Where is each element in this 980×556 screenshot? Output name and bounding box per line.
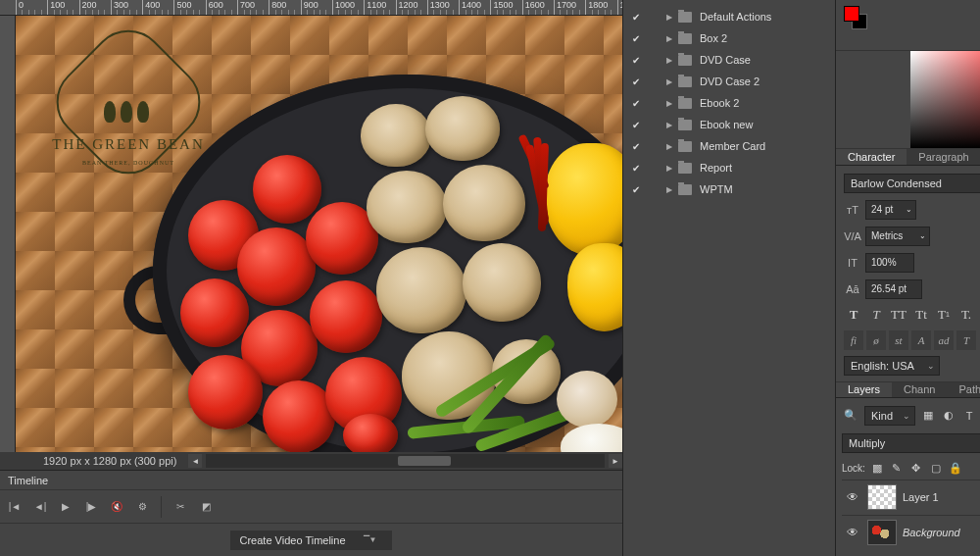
timeline-tab[interactable]: Timeline [8, 475, 48, 486]
font-family-dropdown[interactable]: Barlow Condensed [844, 174, 980, 193]
play-button[interactable]: ▶ [55, 497, 76, 517]
fg-bg-swatch[interactable] [844, 6, 869, 31]
folder-icon [678, 98, 692, 109]
scroll-right-arrow[interactable]: ► [609, 454, 622, 468]
action-set-row[interactable]: ✔ ▶ Member Card [623, 135, 835, 157]
go-to-first-frame-button[interactable]: |◄ [4, 497, 25, 517]
split-clip-button[interactable]: ✂ [170, 497, 191, 517]
action-toggle-check[interactable]: ✔ [629, 120, 643, 130]
visibility-eye-icon[interactable]: 👁 [844, 490, 861, 504]
filter-pixel-icon[interactable]: ▦ [920, 408, 936, 424]
action-toggle-check[interactable]: ✔ [629, 12, 643, 23]
foreground-color-swatch[interactable] [844, 6, 859, 22]
opentype-feature-button[interactable]: A [911, 330, 931, 350]
blend-mode-dropdown[interactable]: Multiply [842, 433, 980, 453]
type-style-button[interactable]: Tt [911, 305, 931, 325]
action-toggle-check[interactable]: ✔ [629, 141, 643, 152]
layer-thumbnail[interactable] [867, 520, 897, 545]
next-frame-button[interactable]: |▶ [80, 497, 102, 517]
action-set-row[interactable]: ✔ ▶ Default Actions [623, 6, 835, 27]
lock-image-button[interactable]: ✎ [889, 461, 905, 477]
action-set-label: Report [696, 162, 732, 174]
canvas[interactable]: THE GREEN BEAN BEAN THERE, DOUGHNUT [16, 16, 622, 452]
expand-caret-icon[interactable]: ▶ [664, 164, 674, 173]
timeline-settings-button[interactable]: ⚙ [131, 497, 153, 517]
action-set-row[interactable]: ✔ ▶ DVD Case [623, 49, 835, 71]
action-toggle-check[interactable]: ✔ [629, 163, 643, 174]
layer-name-label[interactable]: Background [903, 527, 960, 538]
folder-icon [678, 12, 692, 23]
opentype-feature-button[interactable]: fi [844, 330, 863, 350]
vertical-scale-icon: IT [844, 257, 861, 269]
ruler-horizontal[interactable]: 0100200300400500600700800900100011001200… [0, 0, 622, 16]
opentype-feature-button[interactable]: ad [934, 330, 954, 350]
transition-button[interactable]: ◩ [195, 497, 217, 517]
prev-frame-button[interactable]: ◄| [29, 497, 51, 517]
action-set-label: Default Actions [696, 11, 771, 23]
vertical-scale-input[interactable]: 100% [865, 253, 914, 273]
baseline-shift-input[interactable]: 26.54 pt [865, 279, 922, 299]
action-toggle-check[interactable]: ✔ [629, 33, 643, 44]
type-style-button[interactable]: TT [889, 305, 908, 325]
folder-icon [678, 120, 692, 130]
filter-type-icon[interactable]: T [961, 408, 977, 424]
color-picker[interactable] [910, 51, 980, 148]
kerning-dropdown[interactable]: Metrics [865, 227, 930, 246]
document-info: 1920 px x 1280 px (300 ppi) [0, 455, 188, 467]
type-style-button[interactable]: T. [956, 305, 976, 325]
tab-channels[interactable]: Chann [892, 382, 947, 397]
action-set-row[interactable]: ✔ ▶ WPTM [623, 178, 835, 200]
lock-all-button[interactable]: 🔒 [948, 461, 963, 477]
action-toggle-check[interactable]: ✔ [629, 55, 643, 66]
scroll-left-arrow[interactable]: ◄ [188, 454, 202, 468]
expand-caret-icon[interactable]: ▶ [664, 99, 674, 108]
layer-name-label[interactable]: Layer 1 [903, 491, 939, 503]
type-style-button[interactable]: T1 [934, 305, 954, 325]
action-set-row[interactable]: ✔ ▶ Box 2 [623, 27, 835, 49]
expand-caret-icon[interactable]: ▶ [664, 77, 674, 86]
actions-list: ✔ ▶ Default Actions✔ ▶ Box 2✔ ▶ DVD Case… [623, 0, 835, 206]
type-style-button[interactable]: T [866, 305, 886, 325]
create-video-timeline-button[interactable]: Create Video Timeline▔▼ [230, 531, 393, 550]
action-toggle-check[interactable]: ✔ [629, 184, 643, 195]
action-set-label: Ebook new [696, 119, 753, 130]
action-set-row[interactable]: ✔ ▶ Report [623, 157, 835, 178]
folder-icon [678, 76, 692, 87]
tab-layers[interactable]: Layers [836, 382, 892, 397]
layer-row[interactable]: 👁 Layer 1 [842, 480, 980, 515]
opentype-feature-button[interactable]: st [889, 330, 908, 350]
action-toggle-check[interactable]: ✔ [629, 98, 643, 109]
action-set-row[interactable]: ✔ ▶ DVD Case 2 [623, 71, 835, 92]
audio-mute-button[interactable]: 🔇 [106, 497, 127, 517]
lock-artboard-button[interactable]: ▢ [928, 461, 944, 477]
type-style-button[interactable]: T [844, 305, 863, 325]
expand-caret-icon[interactable]: ▶ [664, 121, 674, 129]
ruler-vertical[interactable] [0, 16, 16, 452]
language-dropdown[interactable]: English: USA [844, 356, 940, 376]
opentype-feature-button[interactable]: T [956, 330, 976, 350]
font-size-input[interactable]: 24 pt [865, 200, 916, 220]
lock-position-button[interactable]: ✥ [908, 461, 924, 477]
expand-caret-icon[interactable]: ▶ [664, 34, 674, 43]
tab-paths[interactable]: Paths [947, 382, 980, 397]
layer-row[interactable]: 👁 Background [842, 515, 980, 550]
action-set-row[interactable]: ✔ ▶ Ebook new [623, 114, 835, 135]
tab-character[interactable]: Character [836, 149, 906, 164]
visibility-eye-icon[interactable]: 👁 [844, 526, 861, 539]
expand-caret-icon[interactable]: ▶ [664, 13, 674, 22]
action-set-row[interactable]: ✔ ▶ Ebook 2 [623, 92, 835, 114]
expand-caret-icon[interactable]: ▶ [664, 56, 674, 65]
expand-caret-icon[interactable]: ▶ [664, 142, 674, 151]
lock-transparency-button[interactable]: ▩ [869, 461, 885, 477]
layer-filter-dropdown[interactable]: Kind [864, 406, 915, 426]
horizontal-scrollbar[interactable] [206, 454, 605, 468]
logo-overlay: THE GREEN BEAN BEAN THERE, DOUGHNUT [45, 30, 212, 212]
filter-adjust-icon[interactable]: ◐ [941, 408, 956, 424]
tab-paragraph[interactable]: Paragraph [906, 149, 980, 164]
expand-caret-icon[interactable]: ▶ [664, 185, 674, 194]
action-toggle-check[interactable]: ✔ [629, 76, 643, 87]
kerning-icon: V/A [844, 230, 861, 242]
folder-icon [678, 184, 692, 195]
layer-thumbnail[interactable] [867, 484, 897, 510]
opentype-feature-button[interactable]: ø [866, 330, 886, 350]
